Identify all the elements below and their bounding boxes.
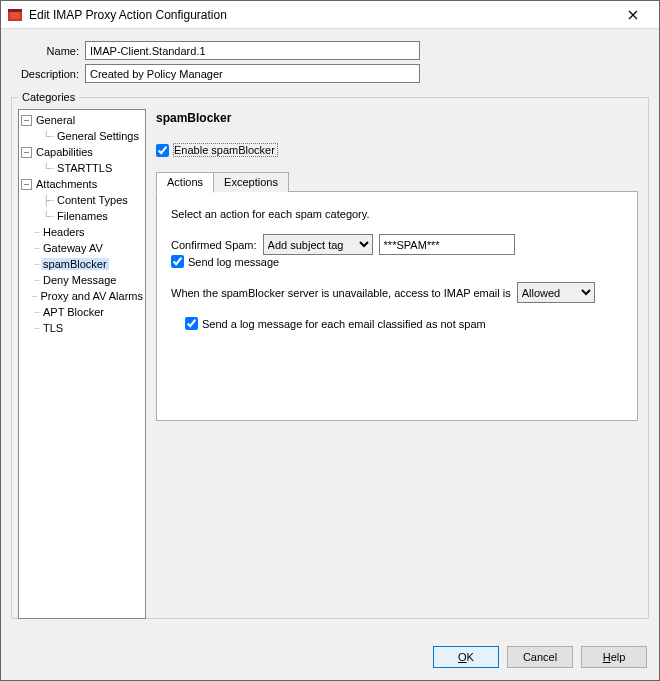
tree-branch-icon: ┄ <box>34 227 39 238</box>
help-button[interactable]: Help <box>581 646 647 668</box>
name-label: Name: <box>17 45 79 57</box>
tree-item-apt-blocker[interactable]: APT Blocker <box>41 306 106 318</box>
tree-item-filenames[interactable]: Filenames <box>55 210 110 222</box>
tab-panel-actions: Select an action for each spam category.… <box>156 191 638 421</box>
expander-icon[interactable]: − <box>21 179 32 190</box>
ok-button[interactable]: OK <box>433 646 499 668</box>
unavailable-label: When the spamBlocker server is unavailab… <box>171 287 511 299</box>
tree-branch-icon: ┄ <box>34 259 39 270</box>
tab-actions[interactable]: Actions <box>156 172 214 193</box>
enable-spamblocker-checkbox[interactable] <box>156 144 169 157</box>
tree-branch-icon: └┄ <box>43 163 53 174</box>
titlebar: Edit IMAP Proxy Action Configuration <box>1 1 659 29</box>
description-field[interactable] <box>85 64 420 83</box>
tree-branch-icon: ┄ <box>34 243 39 254</box>
tree-branch-icon: ┄ <box>34 275 39 286</box>
tree-item-deny-message[interactable]: Deny Message <box>41 274 118 286</box>
tree-branch-icon: └┄ <box>43 211 53 222</box>
client-area: Name: Description: Categories −General └… <box>1 29 659 680</box>
cancel-button[interactable]: Cancel <box>507 646 573 668</box>
tree-branch-icon: ├┄ <box>43 195 53 206</box>
select-action-note: Select an action for each spam category. <box>171 208 623 220</box>
tab-exceptions[interactable]: Exceptions <box>213 172 289 192</box>
close-icon <box>628 10 638 20</box>
categories-legend: Categories <box>18 91 79 103</box>
send-log-label[interactable]: Send log message <box>188 256 279 268</box>
tabstrip: Actions Exceptions <box>156 171 638 192</box>
tree-branch-icon: ┄ <box>34 323 39 334</box>
enable-spamblocker-row: Enable spamBlocker <box>156 143 638 157</box>
not-spam-log-checkbox[interactable] <box>185 317 198 330</box>
tabs: Actions Exceptions Select an action for … <box>156 171 638 421</box>
name-row: Name: <box>17 41 649 60</box>
unavailable-action-select[interactable]: Allowed <box>517 282 595 303</box>
send-log-row: Send log message <box>171 255 279 268</box>
tree-item-proxy-av-alarms[interactable]: Proxy and AV Alarms <box>38 290 145 302</box>
svg-rect-1 <box>10 11 20 19</box>
confirmed-spam-row: Confirmed Spam: Add subject tag Send log… <box>171 234 623 268</box>
categories-fieldset: Categories −General └┄General Settings −… <box>11 91 649 619</box>
tree-item-content-types[interactable]: Content Types <box>55 194 130 206</box>
unavailable-row: When the spamBlocker server is unavailab… <box>171 282 623 303</box>
confirmed-spam-tag-field[interactable] <box>379 234 515 255</box>
categories-tree[interactable]: −General └┄General Settings −Capabilitie… <box>18 109 146 619</box>
tree-branch-icon: ┄ <box>34 307 39 318</box>
send-log-checkbox[interactable] <box>171 255 184 268</box>
tree-item-tls[interactable]: TLS <box>41 322 65 334</box>
not-spam-log-row: Send a log message for each email classi… <box>185 317 623 330</box>
tree-item-gateway-av[interactable]: Gateway AV <box>41 242 105 254</box>
tree-branch-icon: └┄ <box>43 131 53 142</box>
tree-item-headers[interactable]: Headers <box>41 226 87 238</box>
panel-title: spamBlocker <box>156 111 638 125</box>
description-row: Description: <box>17 64 649 83</box>
tree-item-attachments[interactable]: Attachments <box>34 178 99 190</box>
app-icon <box>7 7 23 23</box>
settings-panel: spamBlocker Enable spamBlocker Actions E… <box>146 109 642 612</box>
tree-item-starttls[interactable]: STARTTLS <box>55 162 114 174</box>
tree-item-general-settings[interactable]: General Settings <box>55 130 141 142</box>
description-label: Description: <box>17 68 79 80</box>
confirmed-spam-action-select[interactable]: Add subject tag <box>263 234 373 255</box>
dialog-buttons: OK Cancel Help <box>433 646 647 668</box>
tree-item-general[interactable]: General <box>34 114 77 126</box>
confirmed-spam-label: Confirmed Spam: <box>171 239 257 251</box>
svg-rect-2 <box>8 9 22 12</box>
window-title: Edit IMAP Proxy Action Configuration <box>29 8 613 22</box>
tree-item-capabilities[interactable]: Capabilities <box>34 146 95 158</box>
name-field[interactable] <box>85 41 420 60</box>
expander-icon[interactable]: − <box>21 147 32 158</box>
enable-spamblocker-label[interactable]: Enable spamBlocker <box>173 143 278 157</box>
tree-branch-icon: ┄ <box>31 291 36 302</box>
tree-item-spamblocker[interactable]: spamBlocker <box>41 258 109 270</box>
expander-icon[interactable]: − <box>21 115 32 126</box>
close-button[interactable] <box>613 1 653 28</box>
not-spam-log-label[interactable]: Send a log message for each email classi… <box>202 318 486 330</box>
dialog-window: Edit IMAP Proxy Action Configuration Nam… <box>0 0 660 681</box>
